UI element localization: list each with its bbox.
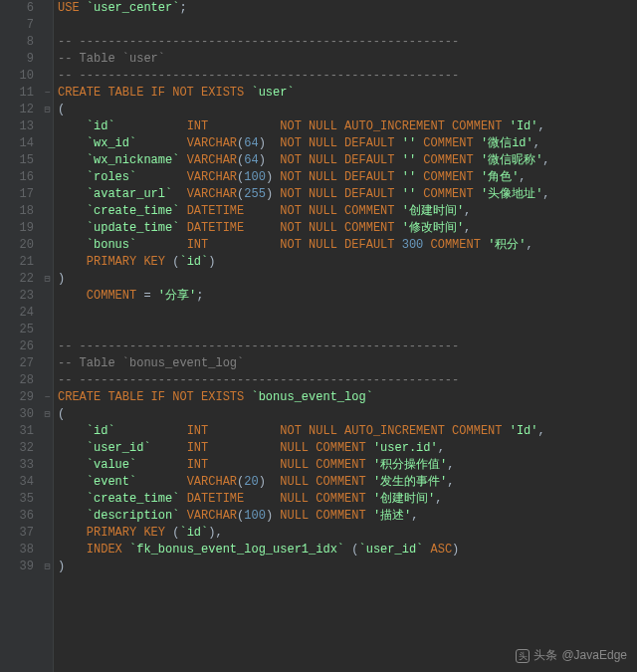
token-str: '微信昵称' xyxy=(481,153,542,167)
fold-marker[interactable]: − xyxy=(42,85,53,102)
fold-marker[interactable]: ⊟ xyxy=(42,102,53,118)
line-number-gutter[interactable]: 6789101112131415161718192021222324252627… xyxy=(0,0,42,672)
line-number[interactable]: 14 xyxy=(0,135,34,152)
line-number[interactable]: 24 xyxy=(0,305,34,322)
token-pn xyxy=(58,153,87,167)
line-number[interactable]: 7 xyxy=(0,17,34,34)
fold-marker xyxy=(42,0,53,17)
code-line[interactable]: PRIMARY KEY (`id`) xyxy=(58,254,637,271)
fold-marker[interactable]: ⊟ xyxy=(42,271,53,288)
line-number[interactable]: 10 xyxy=(0,68,34,85)
code-line[interactable]: PRIMARY KEY (`id`), xyxy=(58,525,637,542)
code-line[interactable]: `user_id` INT NULL COMMENT 'user.id', xyxy=(58,440,637,457)
code-area[interactable]: USE `user_center`;-- -------------------… xyxy=(54,0,637,672)
line-number[interactable]: 26 xyxy=(0,338,34,355)
code-line[interactable]: COMMENT = '分享'; xyxy=(58,288,637,305)
code-line[interactable] xyxy=(58,17,637,34)
code-line[interactable]: `event` VARCHAR(20) NULL COMMENT '发生的事件'… xyxy=(58,474,637,491)
code-line[interactable]: `avatar_url` VARCHAR(255) NOT NULL DEFAU… xyxy=(58,186,637,203)
line-number[interactable]: 20 xyxy=(0,237,34,254)
line-number[interactable]: 28 xyxy=(0,372,34,389)
token-str: 'Id' xyxy=(510,119,538,133)
line-number[interactable]: 18 xyxy=(0,203,34,220)
code-line[interactable] xyxy=(58,322,637,338)
line-number[interactable]: 27 xyxy=(0,355,34,372)
line-number[interactable]: 12 xyxy=(0,102,34,118)
code-line[interactable]: -- Table `user` xyxy=(58,51,637,68)
token-pn xyxy=(151,441,187,455)
token-pn xyxy=(115,119,187,133)
code-line[interactable]: `roles` VARCHAR(100) NOT NULL DEFAULT ''… xyxy=(58,169,637,186)
line-number[interactable]: 21 xyxy=(0,254,34,271)
token-pn xyxy=(366,492,373,506)
code-line[interactable]: INDEX `fk_bonus_event_log_user1_idx` (`u… xyxy=(58,542,637,559)
code-line[interactable]: -- -------------------------------------… xyxy=(58,68,637,85)
code-line[interactable]: ) xyxy=(58,559,637,575)
code-line[interactable]: ( xyxy=(58,406,637,423)
code-line[interactable]: CREATE TABLE IF NOT EXISTS `user` xyxy=(58,85,637,102)
line-number[interactable]: 39 xyxy=(0,559,34,575)
code-line[interactable]: `description` VARCHAR(100) NULL COMMENT … xyxy=(58,508,637,525)
line-number[interactable]: 16 xyxy=(0,169,34,186)
code-line[interactable]: `create_time` DATETIME NULL COMMENT '创建时… xyxy=(58,491,637,508)
code-line[interactable]: `wx_nickname` VARCHAR(64) NOT NULL DEFAU… xyxy=(58,152,637,169)
token-cmt: -- -------------------------------------… xyxy=(58,69,459,83)
line-number[interactable]: 15 xyxy=(0,152,34,169)
line-number[interactable]: 13 xyxy=(0,118,34,135)
fold-gutter[interactable]: −⊟⊟−⊟⊟ xyxy=(42,0,54,672)
code-line[interactable]: `wx_id` VARCHAR(64) NOT NULL DEFAULT '' … xyxy=(58,135,637,152)
token-pn xyxy=(179,153,186,167)
code-line[interactable]: USE `user_center`; xyxy=(58,0,637,17)
fold-marker[interactable]: ⊟ xyxy=(42,406,53,423)
token-idq: `update_time` xyxy=(87,221,180,235)
code-line[interactable]: `update_time` DATETIME NOT NULL COMMENT … xyxy=(58,220,637,237)
code-line[interactable]: ) xyxy=(58,271,637,288)
line-number[interactable]: 35 xyxy=(0,491,34,508)
fold-marker[interactable]: ⊟ xyxy=(42,559,53,575)
line-number[interactable]: 6 xyxy=(0,0,34,17)
fold-marker xyxy=(42,372,53,389)
token-pn xyxy=(208,458,280,472)
line-number[interactable]: 25 xyxy=(0,322,34,338)
line-number[interactable]: 38 xyxy=(0,542,34,559)
fold-marker xyxy=(42,203,53,220)
fold-marker xyxy=(42,135,53,152)
code-line[interactable]: ( xyxy=(58,102,637,118)
token-pn: ) xyxy=(58,560,65,573)
code-line[interactable]: `bonus` INT NOT NULL DEFAULT 300 COMMENT… xyxy=(58,237,637,254)
token-pn xyxy=(366,441,373,455)
fold-marker[interactable]: − xyxy=(42,389,53,406)
code-line[interactable]: `value` INT NULL COMMENT '积分操作值', xyxy=(58,457,637,474)
line-number[interactable]: 30 xyxy=(0,406,34,423)
line-number[interactable]: 22 xyxy=(0,271,34,288)
code-line[interactable]: -- -------------------------------------… xyxy=(58,34,637,51)
line-number[interactable]: 19 xyxy=(0,220,34,237)
code-line[interactable] xyxy=(58,305,637,322)
line-number[interactable]: 37 xyxy=(0,525,34,542)
token-idq: `id` xyxy=(179,526,208,540)
line-number[interactable]: 34 xyxy=(0,474,34,491)
line-number[interactable]: 32 xyxy=(0,440,34,457)
code-line[interactable]: `id` INT NOT NULL AUTO_INCREMENT COMMENT… xyxy=(58,118,637,135)
line-number[interactable]: 8 xyxy=(0,34,34,51)
token-kw: NULL COMMENT xyxy=(280,509,365,523)
fold-marker xyxy=(42,525,53,542)
token-kw: COMMENT xyxy=(87,289,136,303)
code-line[interactable]: `create_time` DATETIME NOT NULL COMMENT … xyxy=(58,203,637,220)
code-line[interactable]: CREATE TABLE IF NOT EXISTS `bonus_event_… xyxy=(58,389,637,406)
code-line[interactable]: `id` INT NOT NULL AUTO_INCREMENT COMMENT… xyxy=(58,423,637,440)
line-number[interactable]: 17 xyxy=(0,186,34,203)
code-line[interactable]: -- -------------------------------------… xyxy=(58,372,637,389)
token-pn xyxy=(474,136,481,150)
line-number[interactable]: 29 xyxy=(0,389,34,406)
code-line[interactable]: -- -------------------------------------… xyxy=(58,338,637,355)
token-str: '描述' xyxy=(373,509,411,523)
token-num: 300 xyxy=(402,238,424,252)
line-number[interactable]: 11 xyxy=(0,85,34,102)
code-line[interactable]: -- Table `bonus_event_log` xyxy=(58,355,637,372)
line-number[interactable]: 31 xyxy=(0,423,34,440)
line-number[interactable]: 9 xyxy=(0,51,34,68)
line-number[interactable]: 23 xyxy=(0,288,34,305)
line-number[interactable]: 36 xyxy=(0,508,34,525)
line-number[interactable]: 33 xyxy=(0,457,34,474)
